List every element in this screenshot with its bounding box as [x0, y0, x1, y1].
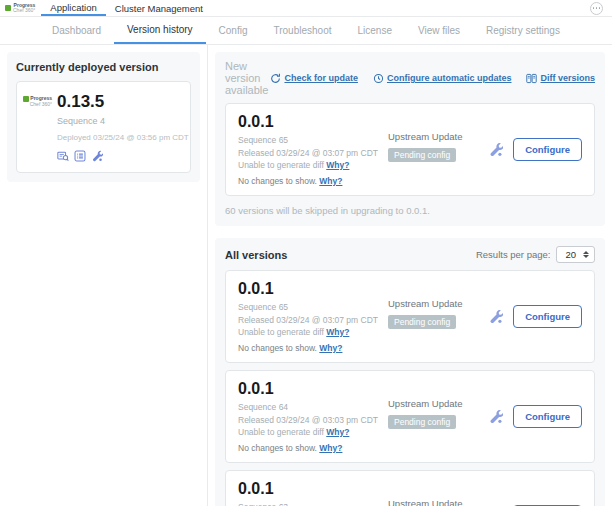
changes-note-line: No changes to show. Why?	[238, 343, 388, 353]
subnav-item-troubleshoot[interactable]: Troubleshoot	[260, 17, 344, 44]
version-sequence: Sequence 65	[238, 135, 388, 145]
logo-mark-icon	[5, 5, 11, 11]
diff-note: Unable to generate diff	[238, 160, 324, 170]
version-sequence: Sequence 63	[238, 502, 388, 506]
changes-note: No changes to show.	[238, 443, 317, 453]
version-info: 0.0.1 Sequence 65 Released 03/29/24 @ 03…	[238, 113, 388, 186]
deployed-column: Currently deployed version Progress Chef…	[0, 45, 208, 506]
new-version-card-slot: 0.0.1 Sequence 65 Released 03/29/24 @ 03…	[225, 103, 595, 196]
changes-note: No changes to show.	[238, 343, 317, 353]
subnav-item-registry-settings[interactable]: Registry settings	[473, 17, 573, 44]
version-source: Upstream Update	[388, 498, 488, 506]
subnav-item-version-history[interactable]: Version history	[114, 17, 206, 44]
list-icon[interactable]	[74, 150, 86, 162]
changes-note-line: No changes to show. Why?	[238, 443, 388, 453]
check-for-update-label: Check for update	[284, 73, 358, 83]
tab-application[interactable]: Application	[41, 0, 105, 16]
configure-button[interactable]: Configure	[513, 305, 582, 328]
all-versions-rows: 0.0.1 Sequence 65 Released 03/29/24 @ 03…	[225, 270, 595, 506]
all-versions-panel: All versions Results per page: 20 0.0.1 …	[215, 238, 605, 506]
deployed-version-number: 0.13.5	[57, 92, 182, 112]
logo-line2: Chef 360°	[13, 8, 35, 14]
diff-note: Unable to generate diff	[238, 427, 324, 437]
version-row: 0.0.1 Sequence 64 Released 03/29/24 @ 03…	[225, 370, 595, 463]
version-info: 0.0.1 Sequence 65 Released 03/29/24 @ 03…	[238, 280, 388, 353]
changes-why-link[interactable]: Why?	[319, 443, 342, 453]
tab-cluster-management[interactable]: Cluster Management	[106, 0, 212, 16]
changes-note: No changes to show.	[238, 176, 317, 186]
results-per-page-select[interactable]: 20	[556, 246, 595, 263]
version-number: 0.0.1	[238, 113, 388, 131]
diff-why-link[interactable]: Why?	[326, 327, 349, 337]
version-released: Released 03/29/24 @ 03:07 pm CDT	[238, 148, 388, 158]
version-sequence: Sequence 64	[238, 402, 388, 412]
results-per-page: Results per page: 20	[476, 246, 595, 263]
version-source: Upstream Update	[388, 131, 488, 142]
all-versions-header: All versions Results per page: 20	[225, 246, 595, 263]
version-actions: Configure	[488, 405, 582, 428]
diff-note-line: Unable to generate diff Why?	[238, 427, 388, 437]
configure-automatic-updates-label: Configure automatic updates	[387, 73, 512, 83]
status-badge: Pending config	[388, 148, 456, 162]
stepper-arrows-icon	[583, 251, 589, 259]
version-released: Released 03/29/24 @ 03:03 pm CDT	[238, 415, 388, 425]
results-per-page-label: Results per page:	[476, 249, 550, 260]
diff-note-line: Unable to generate diff Why?	[238, 160, 388, 170]
wrench-icon[interactable]	[91, 150, 103, 162]
diff-note-line: Unable to generate diff Why?	[238, 327, 388, 337]
version-source-block: Upstream Update Pending config	[388, 280, 488, 329]
wrench-icon[interactable]	[488, 409, 503, 424]
deployed-version-info: 0.13.5 Sequence 4 Deployed 03/25/24 @ 03…	[57, 92, 182, 162]
app-logo[interactable]: Progress Chef 360°	[5, 0, 41, 16]
diff-note: Unable to generate diff	[238, 327, 324, 337]
currently-deployed-panel: Currently deployed version Progress Chef…	[7, 52, 200, 182]
currently-deployed-title: Currently deployed version	[16, 61, 191, 73]
subnav-item-dashboard[interactable]: Dashboard	[39, 17, 114, 44]
status-badge: Pending config	[388, 315, 456, 329]
file-search-icon[interactable]	[57, 150, 69, 162]
configure-automatic-updates-link[interactable]: Configure automatic updates	[373, 73, 512, 84]
diff-why-link[interactable]: Why?	[326, 427, 349, 437]
ellipsis-menu-icon[interactable]	[590, 2, 603, 15]
results-per-page-value: 20	[565, 249, 576, 260]
update-actions: Check for update Configure automatic upd…	[270, 73, 595, 84]
new-version-title: New version available	[225, 60, 270, 96]
version-info: 0.0.1 Sequence 64 Released 03/29/24 @ 03…	[238, 380, 388, 453]
app-header: Progress Chef 360° Application Cluster M…	[0, 0, 612, 17]
subnav-item-config[interactable]: Config	[206, 17, 261, 44]
versions-column: New version available Check for update C…	[208, 45, 612, 506]
version-info: 0.0.1 Sequence 63 Released 03/29/24 @ 02…	[238, 480, 388, 506]
wrench-icon[interactable]	[488, 309, 503, 324]
version-actions: Configure	[488, 305, 582, 328]
refresh-icon	[270, 73, 281, 84]
diff-versions-link[interactable]: Diff versions	[526, 73, 595, 84]
diff-why-link[interactable]: Why?	[326, 160, 349, 170]
deployed-sequence: Sequence 4	[57, 116, 182, 126]
page-content: Currently deployed version Progress Chef…	[0, 45, 612, 506]
version-source-block: Upstream Update Pending config	[388, 380, 488, 429]
configure-button[interactable]: Configure	[513, 405, 582, 428]
subnav-item-view-files[interactable]: View files	[405, 17, 473, 44]
app-mini-logo: Progress Chef 360°	[25, 92, 52, 162]
wrench-icon[interactable]	[488, 142, 503, 157]
logo-line2: Chef 360°	[30, 101, 52, 107]
deployed-version-card: Progress Chef 360° 0.13.5 Sequence 4 Dep…	[16, 81, 191, 173]
changes-why-link[interactable]: Why?	[319, 343, 342, 353]
configure-button[interactable]: Configure	[513, 138, 582, 161]
version-row: 0.0.1 Sequence 65 Released 03/29/24 @ 03…	[225, 270, 595, 363]
subnav-item-license[interactable]: License	[344, 17, 404, 44]
check-for-update-link[interactable]: Check for update	[270, 73, 358, 84]
all-versions-title: All versions	[225, 249, 287, 261]
new-version-header: New version available Check for update C…	[225, 60, 595, 96]
skip-note: 60 versions will be skipped in upgrading…	[225, 205, 595, 216]
status-badge: Pending config	[388, 415, 456, 429]
changes-why-link[interactable]: Why?	[319, 176, 342, 186]
configure-button[interactable]: Configure	[513, 505, 582, 506]
version-actions: Configure	[488, 138, 582, 161]
columns-diff-icon	[526, 73, 537, 84]
version-row: 0.0.1 Sequence 65 Released 03/29/24 @ 03…	[225, 103, 595, 196]
version-number: 0.0.1	[238, 380, 388, 398]
version-actions: Configure	[488, 505, 582, 506]
changes-note-line: No changes to show. Why?	[238, 176, 388, 186]
deployed-timestamp: Deployed 03/25/24 @ 03:56 pm CDT	[57, 133, 182, 142]
